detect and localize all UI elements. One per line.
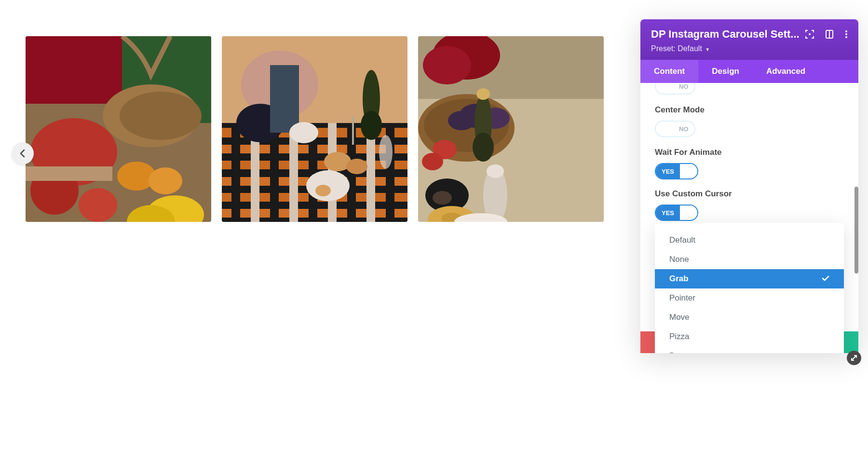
toggle-knob <box>680 205 697 220</box>
dropdown-option-default[interactable]: Default ✓ <box>655 231 844 250</box>
dropdown-option-label: Grab <box>669 274 689 284</box>
expand-handle[interactable] <box>847 351 861 365</box>
svg-point-63 <box>809 33 811 35</box>
toggle-knob <box>680 164 697 178</box>
check-icon <box>822 274 829 284</box>
dropdown-option-grab[interactable]: Grab <box>655 269 844 288</box>
focus-icon[interactable] <box>805 30 814 39</box>
carousel-prev-button[interactable] <box>12 142 34 164</box>
carousel-image-1[interactable] <box>26 36 211 222</box>
svg-point-67 <box>845 33 847 35</box>
expand-icon <box>851 355 857 361</box>
dropdown-option-label: Pointer <box>669 293 695 303</box>
toggle-unknown-top[interactable]: NO <box>655 83 695 95</box>
dropdown-option-burger[interactable]: Burger ✓ <box>655 346 844 353</box>
tab-content[interactable]: Content <box>640 60 698 83</box>
svg-point-34 <box>361 111 382 140</box>
svg-point-40 <box>379 135 393 169</box>
settings-panel: DP Instagram Carousel Sett... <box>640 19 858 353</box>
tab-design[interactable]: Design <box>698 60 753 83</box>
svg-point-7 <box>120 92 202 140</box>
svg-point-9 <box>149 167 182 194</box>
wait-animate-label: Wait For Animate <box>655 148 844 157</box>
svg-point-57 <box>473 133 494 162</box>
svg-point-36 <box>306 170 350 201</box>
svg-rect-1 <box>26 36 122 104</box>
panel-title: DP Instagram Carousel Sett... <box>651 28 800 41</box>
setting-center-mode: Center Mode NO <box>655 105 844 138</box>
dropdown-option-pizza[interactable]: Pizza ✓ <box>655 327 844 346</box>
toggle-knob <box>656 122 673 136</box>
svg-point-49 <box>422 153 443 170</box>
svg-point-66 <box>845 30 847 32</box>
tab-advanced[interactable]: Advanced <box>753 60 819 83</box>
toggle-label: YES <box>656 205 680 220</box>
carousel-image-3[interactable] <box>418 36 604 222</box>
more-icon[interactable] <box>845 30 848 39</box>
dropdown-option-label: Pizza <box>669 332 690 342</box>
setting-wait-animate: Wait For Animate YES <box>655 148 844 179</box>
svg-point-5 <box>79 188 117 222</box>
svg-rect-12 <box>26 166 112 181</box>
svg-point-35 <box>289 122 318 143</box>
svg-rect-32 <box>270 65 299 133</box>
toggle-label: YES <box>656 164 680 178</box>
svg-rect-41 <box>352 116 354 145</box>
svg-point-45 <box>423 46 471 84</box>
toggle-label: NO <box>673 122 694 136</box>
center-mode-label: Center Mode <box>655 105 844 115</box>
dropdown-option-move[interactable]: Move ✓ <box>655 308 844 327</box>
toggle-center-mode[interactable]: NO <box>655 121 695 137</box>
chevron-left-icon <box>19 149 26 158</box>
svg-point-39 <box>315 185 331 196</box>
panel-title-row: DP Instagram Carousel Sett... <box>651 28 848 41</box>
dropdown-option-none[interactable]: None ✓ <box>655 250 844 269</box>
dropdown-option-label: Move <box>669 313 690 322</box>
svg-point-52 <box>448 111 475 130</box>
cursor-dropdown: Default ✓ None ✓ Grab Pointer ✓ Move ✓ <box>655 223 844 353</box>
dropdown-option-label: Burger <box>669 351 694 353</box>
svg-rect-21 <box>231 123 240 222</box>
panel-body: NO Center Mode NO Wait For Animate YES U… <box>640 83 858 353</box>
panel-scrollbar[interactable] <box>854 187 858 274</box>
toggle-custom-cursor[interactable]: YES <box>655 205 698 221</box>
svg-point-54 <box>433 191 452 205</box>
svg-point-56 <box>476 88 490 100</box>
panel-header-icons <box>805 30 848 39</box>
toggle-wait-animate[interactable]: YES <box>655 163 698 179</box>
dropdown-option-label: None <box>669 255 689 264</box>
panel-tabs: Content Design Advanced <box>640 60 858 83</box>
svg-point-38 <box>346 159 367 174</box>
svg-point-68 <box>845 36 847 38</box>
panel-header: DP Instagram Carousel Sett... <box>640 19 858 60</box>
toggle-knob <box>656 83 673 94</box>
setting-custom-cursor: Use Custom Cursor YES <box>655 189 844 221</box>
preset-selector[interactable]: Preset: Default ▼ <box>651 44 848 53</box>
dropdown-option-pointer[interactable]: Pointer ✓ <box>655 288 844 308</box>
carousel-image-2[interactable] <box>222 36 407 222</box>
layout-icon[interactable] <box>826 30 833 39</box>
dropdown-option-label: Default <box>669 235 695 245</box>
setting-partial-top: NO <box>655 83 844 96</box>
svg-point-59 <box>487 164 504 178</box>
preset-label: Preset: Default <box>651 44 702 53</box>
custom-cursor-label: Use Custom Cursor <box>655 189 844 199</box>
chevron-down-icon: ▼ <box>705 47 710 52</box>
toggle-label: NO <box>673 83 694 94</box>
